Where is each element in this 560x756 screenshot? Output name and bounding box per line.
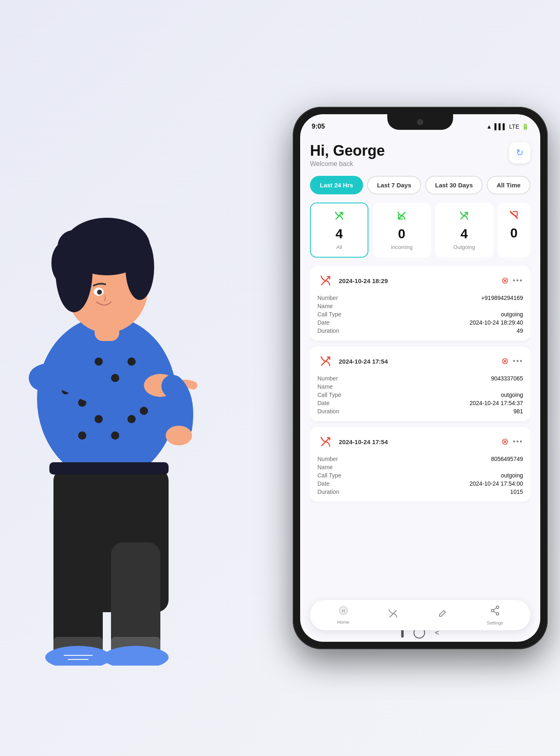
edit-nav-icon bbox=[437, 608, 449, 622]
filter-tab-last24hrs[interactable]: Last 24 Hrs bbox=[310, 176, 363, 194]
detail-date-row-3: Date 2024-10-24 17:54:00 bbox=[317, 480, 523, 487]
stat-label-incoming: Incoming bbox=[391, 244, 413, 250]
nav-share-label: Settings bbox=[487, 620, 503, 625]
app-header: Hi, George Welcome back ↻ bbox=[310, 142, 530, 168]
detail-calltype-row-2: Call Type outgoing bbox=[317, 392, 523, 398]
number-value-1: +919894294169 bbox=[481, 295, 523, 301]
calltype-label-1: Call Type bbox=[317, 311, 341, 318]
nav-share[interactable]: Settings bbox=[487, 605, 503, 625]
svg-point-13 bbox=[140, 407, 148, 415]
calltype-label-3: Call Type bbox=[317, 472, 341, 479]
call-datetime-1: 2024-10-24 18:29 bbox=[339, 277, 388, 284]
stat-card-outgoing[interactable]: 4 Outgoing bbox=[435, 203, 493, 258]
stats-row: 4 All 0 Incoming bbox=[310, 203, 530, 258]
duration-value-3: 1015 bbox=[510, 489, 523, 495]
date-label-1: Date bbox=[317, 319, 330, 326]
name-label-1: Name bbox=[317, 303, 333, 309]
call-log-details-2: Number 9043337065 Name Call Type outgoin… bbox=[317, 375, 523, 415]
svg-point-24 bbox=[166, 426, 192, 445]
stat-count-incoming: 0 bbox=[398, 226, 405, 242]
filter-tab-last30days[interactable]: Last 30 Days bbox=[425, 176, 483, 194]
date-value-1: 2024-10-24 18:29:40 bbox=[470, 319, 523, 326]
call-log-actions-1: ⊗ ••• bbox=[501, 275, 523, 286]
svg-text:H: H bbox=[342, 609, 345, 613]
status-time: 9:05 bbox=[312, 123, 325, 130]
call-log-header-3: 2024-10-24 17:54 ⊗ ••• bbox=[317, 433, 523, 450]
number-label-3: Number bbox=[317, 456, 338, 462]
nav-edit[interactable] bbox=[437, 608, 449, 622]
date-label-3: Date bbox=[317, 480, 330, 487]
call-datetime-3: 2024-10-24 17:54 bbox=[339, 438, 388, 445]
stat-icon-outgoing bbox=[458, 210, 470, 224]
delete-button-1[interactable]: ⊗ bbox=[501, 275, 509, 286]
svg-point-18 bbox=[125, 234, 154, 300]
call-type-icon-2 bbox=[317, 353, 334, 369]
more-button-3[interactable]: ••• bbox=[513, 438, 523, 446]
detail-name-row-3: Name bbox=[317, 464, 523, 470]
svg-point-10 bbox=[111, 431, 119, 440]
greeting-sub: Welcome back bbox=[310, 160, 385, 168]
phone-screen: 9:05 ▲ ▌▌▌ LTE 🔋 Hi, George Welcome b bbox=[300, 114, 540, 642]
call-log-actions-2: ⊗ ••• bbox=[501, 356, 523, 366]
stat-count-missed: 0 bbox=[510, 226, 518, 241]
calls-nav-icon bbox=[387, 608, 399, 622]
svg-point-20 bbox=[51, 242, 76, 284]
refresh-button[interactable]: ↻ bbox=[509, 142, 530, 164]
detail-date-row-1: Date 2024-10-24 18:29:40 bbox=[317, 319, 523, 326]
detail-number-row-1: Number +919894294169 bbox=[317, 295, 523, 301]
call-log-card-2: 2024-10-24 17:54 ⊗ ••• Number bbox=[310, 346, 530, 421]
signal-icon: ▌▌▌ bbox=[495, 123, 507, 130]
filter-tab-last7days[interactable]: Last 7 Days bbox=[367, 176, 421, 194]
stat-label-all: All bbox=[336, 244, 342, 250]
stat-card-incoming[interactable]: 0 Incoming bbox=[373, 203, 431, 258]
detail-date-row-2: Date 2024-10-24 17:54:37 bbox=[317, 400, 523, 406]
nav-calls[interactable] bbox=[387, 608, 399, 622]
call-type-icon-1 bbox=[317, 272, 334, 289]
date-value-3: 2024-10-24 17:54:00 bbox=[470, 480, 523, 487]
call-log-left-2: 2024-10-24 17:54 bbox=[317, 353, 388, 369]
delete-button-2[interactable]: ⊗ bbox=[501, 356, 509, 366]
call-datetime-2: 2024-10-24 17:54 bbox=[339, 358, 388, 365]
date-value-2: 2024-10-24 17:54:37 bbox=[470, 400, 523, 406]
svg-rect-32 bbox=[49, 462, 169, 475]
detail-number-row-3: Number 8056495749 bbox=[317, 456, 523, 462]
app-content: Hi, George Welcome back ↻ Last 24 Hrs La… bbox=[300, 136, 540, 642]
call-log-header-1: 2024-10-24 18:29 ⊗ ••• bbox=[317, 272, 523, 289]
phone-device-wrapper: 9:05 ▲ ▌▌▌ LTE 🔋 Hi, George Welcome b bbox=[293, 107, 548, 649]
call-log-actions-3: ⊗ ••• bbox=[501, 436, 523, 447]
bottom-nav: H Home bbox=[310, 600, 530, 630]
nav-home[interactable]: H Home bbox=[337, 606, 349, 625]
stat-label-outgoing: Outgoing bbox=[454, 244, 475, 250]
duration-value-2: 981 bbox=[514, 408, 523, 415]
refresh-icon: ↻ bbox=[516, 148, 523, 158]
detail-number-row-2: Number 9043337065 bbox=[317, 375, 523, 382]
calltype-value-3: outgoing bbox=[501, 472, 523, 479]
stat-card-all[interactable]: 4 All bbox=[310, 203, 368, 258]
camera-dot bbox=[417, 119, 423, 125]
scene: 9:05 ▲ ▌▌▌ LTE 🔋 Hi, George Welcome b bbox=[0, 0, 560, 756]
call-log-left-1: 2024-10-24 18:29 bbox=[317, 272, 388, 289]
detail-name-row-2: Name bbox=[317, 383, 523, 390]
more-button-1[interactable]: ••• bbox=[513, 277, 523, 285]
detail-name-row-1: Name bbox=[317, 303, 523, 309]
calltype-value-2: outgoing bbox=[501, 392, 523, 398]
call-logs-list: 2024-10-24 18:29 ⊗ ••• Number bbox=[310, 266, 530, 642]
svg-point-8 bbox=[127, 415, 136, 423]
svg-point-2 bbox=[95, 357, 103, 366]
share-nav-icon bbox=[489, 605, 501, 619]
more-button-2[interactable]: ••• bbox=[513, 357, 523, 366]
delete-button-3[interactable]: ⊗ bbox=[501, 436, 509, 447]
number-value-3: 8056495749 bbox=[491, 456, 523, 462]
call-type-icon-3 bbox=[317, 433, 334, 450]
name-label-2: Name bbox=[317, 383, 333, 390]
number-label-2: Number bbox=[317, 375, 338, 382]
wifi-icon: ▲ bbox=[486, 123, 492, 130]
svg-line-39 bbox=[494, 611, 496, 613]
svg-point-37 bbox=[496, 613, 499, 615]
svg-point-22 bbox=[97, 290, 102, 295]
home-nav-icon: H bbox=[338, 606, 348, 618]
stat-card-missed[interactable]: 0 bbox=[498, 203, 530, 258]
filter-tab-alltime[interactable]: All Time bbox=[487, 176, 530, 194]
detail-calltype-row-1: Call Type outgoing bbox=[317, 311, 523, 318]
svg-point-4 bbox=[127, 357, 136, 366]
